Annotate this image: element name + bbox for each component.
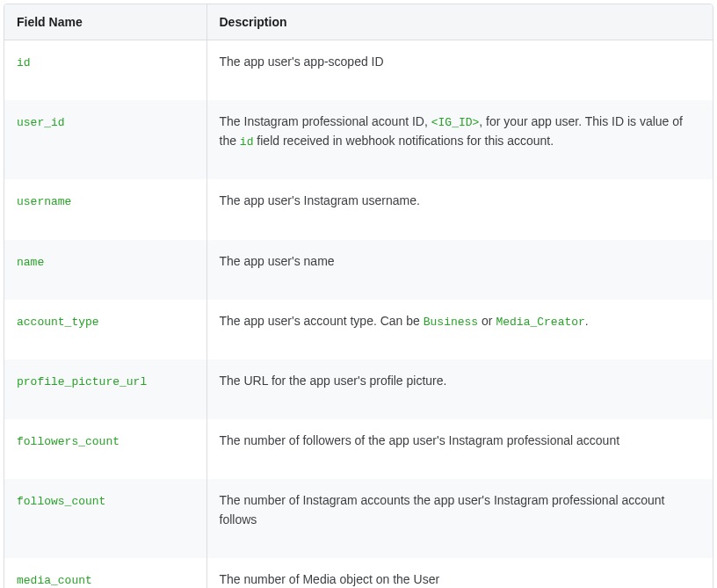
field-name-cell: account_type: [4, 300, 206, 359]
description-cell: The Instagram professional acount ID, <I…: [206, 100, 713, 179]
field-name-cell: followers_count: [4, 419, 206, 479]
field-code: account_type: [17, 316, 99, 329]
field-code: profile_picture_url: [17, 375, 147, 388]
desc-text: The Instagram professional acount ID,: [220, 114, 431, 128]
field-code: followers_count: [17, 435, 120, 448]
inline-code: Business: [424, 316, 478, 329]
field-name-cell: user_id: [4, 100, 206, 179]
desc-text: The URL for the app user's profile pictu…: [220, 374, 447, 388]
field-name-cell: follows_count: [4, 479, 206, 557]
field-name-cell: media_count: [4, 558, 206, 589]
field-name-cell: name: [4, 240, 206, 300]
table-row: usernameThe app user's Instagram usernam…: [4, 179, 713, 239]
field-code: user_id: [17, 116, 65, 129]
description-cell: The number of Media object on the User: [206, 558, 713, 589]
inline-code: id: [240, 135, 254, 149]
table-row: followers_countThe number of followers o…: [4, 419, 713, 479]
desc-text: The number of Media object on the User: [220, 572, 440, 586]
description-cell: The app user's account type. Can be Busi…: [206, 300, 713, 359]
table-row: nameThe app user's name: [4, 240, 713, 300]
field-code: media_count: [17, 574, 92, 587]
header-description: Description: [206, 4, 713, 40]
desc-text: The app user's account type. Can be: [220, 314, 424, 328]
fields-table: Field Name Description idThe app user's …: [4, 4, 713, 588]
desc-text: The number of Instagram accounts the app…: [220, 493, 665, 526]
table-row: idThe app user's app-scoped ID: [4, 40, 713, 101]
desc-text: The app user's name: [220, 254, 335, 268]
description-cell: The number of followers of the app user'…: [206, 419, 713, 479]
table-header-row: Field Name Description: [4, 4, 713, 40]
desc-text: The number of followers of the app user'…: [220, 433, 620, 447]
table-row: account_typeThe app user's account type.…: [4, 300, 713, 359]
desc-text: or: [478, 314, 496, 328]
description-cell: The URL for the app user's profile pictu…: [206, 359, 713, 419]
fields-table-container: Field Name Description idThe app user's …: [4, 4, 713, 588]
field-code: id: [17, 56, 31, 69]
field-code: follows_count: [17, 495, 105, 508]
description-cell: The app user's Instagram username.: [206, 179, 713, 239]
table-row: follows_countThe number of Instagram acc…: [4, 479, 713, 557]
field-name-cell: profile_picture_url: [4, 359, 206, 419]
table-row: user_idThe Instagram professional acount…: [4, 100, 713, 179]
table-body: idThe app user's app-scoped IDuser_idThe…: [4, 40, 713, 589]
desc-text: The app user's app-scoped ID: [220, 54, 384, 69]
desc-text: field received in webhook notifications …: [253, 134, 554, 148]
description-cell: The app user's app-scoped ID: [206, 40, 713, 101]
inline-code: Media_Creator: [496, 316, 584, 329]
desc-text: .: [585, 314, 589, 328]
inline-code: <IG_ID>: [431, 116, 480, 129]
desc-text: The app user's Instagram username.: [220, 193, 420, 207]
field-code: username: [17, 195, 71, 208]
description-cell: The number of Instagram accounts the app…: [206, 479, 713, 557]
header-field-name: Field Name: [4, 4, 206, 40]
table-row: media_countThe number of Media object on…: [4, 558, 713, 589]
field-code: name: [17, 256, 44, 269]
field-name-cell: id: [4, 40, 206, 101]
field-name-cell: username: [4, 179, 206, 239]
table-row: profile_picture_urlThe URL for the app u…: [4, 359, 713, 419]
description-cell: The app user's name: [206, 240, 713, 300]
